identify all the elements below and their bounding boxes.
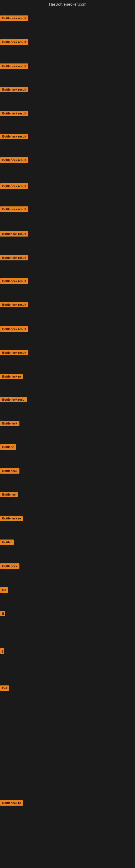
bottleneck-result-item[interactable]: Bottleneck [0,468,19,475]
bottleneck-result-item[interactable]: Bottleneck result [0,16,28,22]
bottleneck-result-item[interactable]: Bottleneck result [0,87,28,93]
bottleneck-result-item[interactable]: Bottleneck [0,421,19,427]
bottleneck-badge: Bottleneck [0,563,19,569]
bottleneck-result-item[interactable]: Bottleneck result [0,278,28,285]
bottleneck-badge: Bottleneck result [0,157,28,163]
bottleneck-result-item[interactable]: Bottlene [0,444,16,451]
bottleneck-badge: Bottlene [0,444,16,450]
bottleneck-result-item[interactable]: Bottleneck result [0,302,28,308]
bottleneck-result-item[interactable]: Bottler [0,539,14,546]
bottleneck-result-item[interactable]: Bottleneck result [0,157,28,164]
bottleneck-badge: Bottleneck result [0,255,28,260]
bottleneck-result-item[interactable]: Bottleneck result [0,111,28,117]
bottleneck-result-item[interactable]: Bottleneck result [0,231,28,238]
bottleneck-result-item[interactable]: Bottleneck result [0,326,28,333]
bottleneck-badge: Bottleneck result [0,63,28,69]
bottleneck-badge: Bottleneck result [0,350,28,355]
bottleneck-result-item[interactable]: Bottleneck result [0,183,28,190]
bottleneck-badge: Bottleneck result [0,16,28,21]
bottleneck-badge: B [0,611,5,616]
bottleneck-result-item[interactable]: Bo [0,587,8,594]
bottleneck-result-item[interactable]: Bottleneck result [0,255,28,261]
bottleneck-result-item[interactable]: Bottleneck re [0,800,23,807]
bottleneck-result-item[interactable]: Bottleneck resu [0,397,27,403]
bottleneck-badge: | [0,648,4,654]
bottleneck-result-item[interactable]: Bottleneck result [0,350,28,356]
site-title: TheBottlenecker.com [0,0,135,9]
bottleneck-result-item[interactable]: B [0,611,5,617]
bottleneck-badge: Bottleneck result [0,231,28,237]
bottleneck-badge: Bottleneck result [0,87,28,92]
bottleneck-result-item[interactable]: Bottleneck re [0,516,23,522]
bottleneck-badge: Bottleneck result [0,302,28,307]
bottleneck-badge: Bottler [0,539,14,545]
bottleneck-result-item[interactable]: Bottleneck re [0,374,23,380]
bottleneck-badge: Bottleneck result [0,183,28,189]
bottleneck-result-item[interactable]: Bottleneck [0,563,19,570]
bottleneck-badge: Bottleneck resu [0,397,27,402]
bottleneck-result-item[interactable]: Bottleneck result [0,134,28,140]
bottleneck-badge: Bottleneck re [0,800,23,806]
bottleneck-result-item[interactable]: Bottleneck result [0,39,28,46]
bottleneck-badge: Bottleneck result [0,326,28,332]
bottleneck-result-item[interactable]: Bottleneck result [0,207,28,213]
bottleneck-badge: Bo [0,587,8,593]
bottleneck-result-item[interactable]: | [0,648,4,655]
bottleneck-badge: Bottlenec [0,492,18,497]
bottleneck-badge: Bottleneck result [0,134,28,139]
bottleneck-result-item[interactable]: Bottleneck result [0,63,28,70]
bottleneck-badge: Bot [0,685,9,691]
bottleneck-badge: Bottleneck result [0,207,28,212]
bottleneck-result-item[interactable]: Bottlenec [0,492,18,498]
bottleneck-badge: Bottleneck result [0,39,28,45]
bottleneck-badge: Bottleneck re [0,374,23,379]
bottleneck-badge: Bottleneck result [0,278,28,284]
bottleneck-badge: Bottleneck re [0,516,23,521]
bottleneck-result-item[interactable]: Bot [0,685,9,692]
bottleneck-badge: Bottleneck [0,468,19,474]
bottleneck-badge: Bottleneck result [0,111,28,116]
bottleneck-badge: Bottleneck [0,421,19,426]
